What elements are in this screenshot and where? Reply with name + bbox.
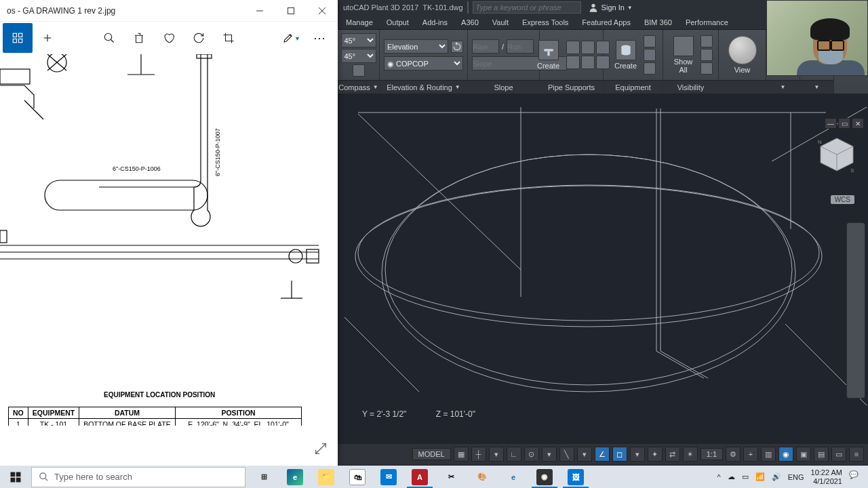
delete-button[interactable]: [124, 23, 154, 53]
edit-button[interactable]: ▾: [275, 23, 305, 53]
see-all-photos-button[interactable]: [3, 23, 33, 53]
create-equipment-button[interactable]: Create: [610, 39, 641, 71]
drop-4[interactable]: ▾: [630, 447, 645, 462]
zoom-button[interactable]: [94, 23, 124, 53]
infocenter-search[interactable]: [473, 1, 581, 14]
drop-2[interactable]: ▾: [542, 447, 557, 462]
rotate-button[interactable]: [184, 23, 214, 53]
start-button[interactable]: [0, 466, 31, 488]
tray-volume-icon[interactable]: 🔊: [772, 472, 781, 481]
support-tool-5[interactable]: [581, 56, 595, 69]
favorite-button[interactable]: [154, 23, 184, 53]
tray-onedrive-icon[interactable]: ☁: [728, 472, 735, 481]
tray-wifi-icon[interactable]: 📶: [755, 472, 765, 481]
navigation-bar[interactable]: [846, 222, 865, 399]
tab-bim360[interactable]: BIM 360: [637, 15, 679, 29]
equip-tool-2[interactable]: [644, 49, 656, 61]
vis-tool-2[interactable]: [701, 49, 713, 61]
taskbar-paint[interactable]: 🎨: [467, 466, 498, 488]
tab-vault[interactable]: Vault: [486, 15, 515, 29]
show-all-button[interactable]: Show All: [669, 35, 698, 75]
tray-clock[interactable]: 10:22 AM 4/1/2021: [811, 468, 842, 485]
equip-tool-3[interactable]: [644, 62, 656, 75]
gear-status[interactable]: ⚙: [726, 447, 741, 462]
wcs-badge[interactable]: WCS: [831, 195, 854, 204]
taskbar-ie[interactable]: e: [498, 466, 529, 488]
tab-performance[interactable]: Performance: [679, 15, 735, 29]
viewcube[interactable]: N S: [816, 134, 857, 175]
taskbar-autocad[interactable]: A: [404, 466, 435, 488]
compass-angle-1[interactable]: 45°: [341, 33, 376, 47]
plus-status[interactable]: +: [743, 447, 758, 462]
dyn-ucs[interactable]: ✦: [648, 447, 663, 462]
support-tool-4[interactable]: [566, 56, 580, 69]
tab-express[interactable]: Express Tools: [515, 15, 575, 29]
tray-meet-icon[interactable]: ▭: [742, 472, 749, 481]
fullscreen-button[interactable]: [312, 440, 330, 458]
compass-icon[interactable]: [353, 64, 365, 77]
tab-manage[interactable]: Manage: [339, 15, 380, 29]
signin-button[interactable]: Sign In ▼: [588, 2, 633, 13]
compass-angle-2[interactable]: 45°: [341, 49, 376, 63]
vis-tool-3[interactable]: [701, 62, 713, 75]
layout-status[interactable]: ▥: [761, 447, 776, 462]
task-view-button[interactable]: ⊞: [248, 466, 279, 488]
taskbar-photos[interactable]: 🖼: [560, 466, 591, 488]
tab-addins[interactable]: Add-ins: [416, 15, 454, 29]
hw-accel[interactable]: ▤: [814, 447, 829, 462]
ortho-toggle[interactable]: ∟: [507, 447, 521, 462]
taskbar-mail[interactable]: ✉: [373, 466, 404, 488]
photos-canvas[interactable]: 6"-CS150-P-1006 6"-CS150-P-1007 EQUIPMEN…: [0, 54, 338, 426]
close-button[interactable]: [307, 0, 338, 22]
taskbar-store[interactable]: 🛍: [342, 466, 373, 488]
action-center-icon[interactable]: 💬: [849, 470, 863, 484]
elevation-mode[interactable]: Elevation: [384, 39, 448, 54]
tab-featured[interactable]: Featured Apps: [575, 15, 637, 29]
units-status[interactable]: ▣: [796, 447, 811, 462]
clean-screen[interactable]: ▭: [831, 447, 846, 462]
vp-restore[interactable]: ▭: [838, 118, 850, 129]
taskbar-edge[interactable]: e: [279, 466, 311, 488]
isoplane[interactable]: ╲: [559, 447, 574, 462]
osnap-toggle[interactable]: ∠: [595, 447, 610, 462]
svg-rect-38: [0, 69, 30, 84]
customize-status[interactable]: ≡: [849, 447, 864, 462]
tray-language[interactable]: ENG: [788, 473, 804, 481]
polar-toggle[interactable]: ⊙: [524, 447, 539, 462]
crop-button[interactable]: [214, 23, 243, 53]
snap-toggle[interactable]: ┼: [471, 447, 486, 462]
sync-icon[interactable]: [451, 41, 463, 53]
more-button[interactable]: ⋯: [305, 23, 335, 53]
view-button[interactable]: View: [724, 35, 761, 75]
equip-tool-1[interactable]: [644, 35, 656, 47]
tab-a360[interactable]: A360: [454, 15, 486, 29]
taskbar-explorer[interactable]: 📁: [311, 466, 342, 488]
taskbar-search[interactable]: Type here to search: [31, 467, 245, 487]
cop-select[interactable]: ◉ COPCOP: [384, 56, 463, 70]
grid-toggle[interactable]: ▦: [454, 447, 469, 462]
tray-chevron-icon[interactable]: ^: [717, 473, 721, 481]
vis-tool-1[interactable]: [701, 35, 713, 47]
sel-cycle[interactable]: ⇄: [665, 447, 680, 462]
run-input[interactable]: [507, 39, 534, 54]
tab-output[interactable]: Output: [380, 15, 416, 29]
support-tool-2[interactable]: [581, 41, 595, 54]
rise-input[interactable]: [472, 39, 499, 54]
anno-scale[interactable]: 1:1: [701, 448, 723, 460]
vp-minimize[interactable]: —: [825, 118, 837, 129]
drop-1[interactable]: ▾: [489, 447, 504, 462]
add-to-button[interactable]: [33, 23, 62, 53]
taskbar-snip[interactable]: ✂: [435, 466, 467, 488]
support-tool-1[interactable]: [566, 41, 580, 54]
model-paper-toggle[interactable]: MODEL: [412, 448, 451, 460]
model-space[interactable]: — ▭ ✕ N S WCS: [338, 94, 868, 460]
create-support-button[interactable]: Create: [533, 39, 564, 71]
3dosnap-toggle[interactable]: ◻: [612, 447, 627, 462]
vp-close[interactable]: ✕: [852, 118, 864, 129]
drop-3[interactable]: ▾: [577, 447, 592, 462]
quickprops[interactable]: ◉: [778, 447, 793, 462]
taskbar-obs[interactable]: ◉: [529, 466, 560, 488]
maximize-button[interactable]: [275, 0, 307, 22]
gizmo[interactable]: ✶: [683, 447, 698, 462]
minimize-button[interactable]: [244, 0, 275, 22]
